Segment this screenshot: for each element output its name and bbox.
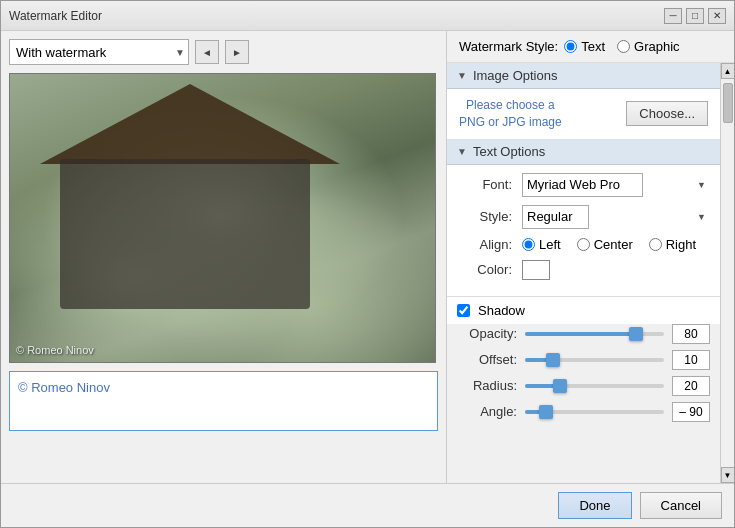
- offset-label: Offset:: [457, 352, 517, 367]
- style-select-wrapper: Regular Bold Italic Bold Italic ▼: [522, 205, 710, 229]
- color-label: Color:: [457, 262, 512, 277]
- radius-slider-thumb[interactable]: [553, 379, 567, 393]
- window-controls: ─ □ ✕: [664, 8, 726, 24]
- align-row: Align: Left Center: [457, 237, 710, 252]
- text-preview-area: © Romeo Ninov: [9, 371, 438, 431]
- shadow-checkbox[interactable]: [457, 304, 470, 317]
- opacity-value: 80: [672, 324, 710, 344]
- style-text-radio[interactable]: [564, 40, 577, 53]
- image-options-header: ▼ Image Options: [447, 63, 720, 89]
- opacity-label: Opacity:: [457, 326, 517, 341]
- font-row: Font: Myriad Web Pro Arial Times New Rom…: [457, 173, 710, 197]
- style-row: Style: Regular Bold Italic Bold Italic ▼: [457, 205, 710, 229]
- opacity-slider-track[interactable]: [525, 332, 664, 336]
- align-right-label: Right: [666, 237, 696, 252]
- scrollbar-up-button[interactable]: ▲: [721, 63, 735, 79]
- opacity-slider-thumb[interactable]: [629, 327, 643, 341]
- offset-slider-track[interactable]: [525, 358, 664, 362]
- radius-label: Radius:: [457, 378, 517, 393]
- opacity-slider-fill: [525, 332, 636, 336]
- style-select-arrow-icon: ▼: [697, 212, 706, 222]
- birdhouse-body: [60, 159, 310, 309]
- style-graphic-radio[interactable]: [617, 40, 630, 53]
- watermark-dropdown[interactable]: With watermark Without watermark: [9, 39, 189, 65]
- align-left-option[interactable]: Left: [522, 237, 561, 252]
- scrollbar-track: ▲ ▼: [720, 63, 734, 483]
- align-right-radio[interactable]: [649, 238, 662, 251]
- image-options-triangle-icon: ▼: [457, 70, 467, 81]
- title-bar: Watermark Editor ─ □ ✕: [1, 1, 734, 31]
- offset-slider-thumb[interactable]: [546, 353, 560, 367]
- opacity-row: Opacity: 80: [447, 324, 720, 344]
- left-panel: With watermark Without watermark ▼ ◄ ► ©…: [1, 31, 446, 483]
- minimize-button[interactable]: ─: [664, 8, 682, 24]
- right-scroll-content: ▼ Image Options Please choose a PNG or J…: [447, 63, 720, 483]
- scrollbar-down-button[interactable]: ▼: [721, 467, 735, 483]
- image-options-title: Image Options: [473, 68, 558, 83]
- font-select-arrow-icon: ▼: [697, 180, 706, 190]
- image-msg-line1: Please choose a: [466, 98, 555, 112]
- color-row: Color:: [457, 260, 710, 280]
- color-picker[interactable]: [522, 260, 550, 280]
- image-preview: © Romeo Ninov: [9, 73, 436, 363]
- style-text-label: Text: [581, 39, 605, 54]
- radius-value: 20: [672, 376, 710, 396]
- radius-slider-track[interactable]: [525, 384, 664, 388]
- align-right-option[interactable]: Right: [649, 237, 696, 252]
- watermark-style-bar: Watermark Style: Text Graphic: [447, 31, 734, 63]
- dialog-body: With watermark Without watermark ▼ ◄ ► ©…: [1, 31, 734, 483]
- scrollbar-thumb[interactable]: [723, 83, 733, 123]
- right-inner: ▼ Image Options Please choose a PNG or J…: [447, 63, 734, 483]
- text-options-title: Text Options: [473, 144, 545, 159]
- text-preview-content: © Romeo Ninov: [18, 380, 110, 395]
- image-watermark-text: © Romeo Ninov: [16, 344, 94, 356]
- close-button[interactable]: ✕: [708, 8, 726, 24]
- align-left-label: Left: [539, 237, 561, 252]
- align-center-radio[interactable]: [577, 238, 590, 251]
- image-options-body: Please choose a PNG or JPG image Choose.…: [447, 89, 720, 139]
- font-label: Font:: [457, 177, 512, 192]
- angle-slider-track[interactable]: [525, 410, 664, 414]
- offset-value: 10: [672, 350, 710, 370]
- image-msg-line2: PNG or JPG image: [459, 115, 562, 129]
- radius-row: Radius: 20: [447, 376, 720, 396]
- watermark-style-label: Watermark Style:: [459, 39, 558, 54]
- text-options-header: ▼ Text Options: [447, 139, 720, 165]
- nav-next-button[interactable]: ►: [225, 40, 249, 64]
- maximize-button[interactable]: □: [686, 8, 704, 24]
- choose-image-button[interactable]: Choose...: [626, 101, 708, 126]
- align-label: Align:: [457, 237, 512, 252]
- shadow-header: Shadow: [447, 297, 720, 324]
- text-options-body: Font: Myriad Web Pro Arial Times New Rom…: [447, 165, 720, 296]
- shadow-label: Shadow: [478, 303, 525, 318]
- birdhouse-background: [10, 74, 435, 362]
- style-radio-group: Text Graphic: [564, 39, 679, 54]
- font-select-wrapper: Myriad Web Pro Arial Times New Roman Ver…: [522, 173, 710, 197]
- birdhouse-roof: [40, 84, 340, 164]
- watermark-dropdown-wrapper: With watermark Without watermark ▼: [9, 39, 189, 65]
- align-center-option[interactable]: Center: [577, 237, 633, 252]
- style-graphic-option[interactable]: Graphic: [617, 39, 680, 54]
- angle-value: – 90: [672, 402, 710, 422]
- done-button[interactable]: Done: [558, 492, 631, 519]
- nav-prev-button[interactable]: ◄: [195, 40, 219, 64]
- offset-row: Offset: 10: [447, 350, 720, 370]
- window-title: Watermark Editor: [9, 9, 102, 23]
- text-style-label: Style:: [457, 209, 512, 224]
- style-graphic-label: Graphic: [634, 39, 680, 54]
- shadow-section: Shadow Opacity: 80: [447, 296, 720, 422]
- dialog-footer: Done Cancel: [1, 483, 734, 527]
- font-select[interactable]: Myriad Web Pro Arial Times New Roman Ver…: [522, 173, 643, 197]
- cancel-button[interactable]: Cancel: [640, 492, 722, 519]
- shadow-checkbox-label[interactable]: Shadow: [457, 303, 525, 318]
- angle-row: Angle: – 90: [447, 402, 720, 422]
- align-center-label: Center: [594, 237, 633, 252]
- watermark-editor-dialog: Watermark Editor ─ □ ✕ With watermark Wi…: [0, 0, 735, 528]
- style-select[interactable]: Regular Bold Italic Bold Italic: [522, 205, 589, 229]
- text-options-triangle-icon: ▼: [457, 146, 467, 157]
- style-text-option[interactable]: Text: [564, 39, 605, 54]
- align-left-radio[interactable]: [522, 238, 535, 251]
- align-radio-group: Left Center Right: [522, 237, 696, 252]
- image-options-message: Please choose a PNG or JPG image: [459, 97, 562, 131]
- angle-slider-thumb[interactable]: [539, 405, 553, 419]
